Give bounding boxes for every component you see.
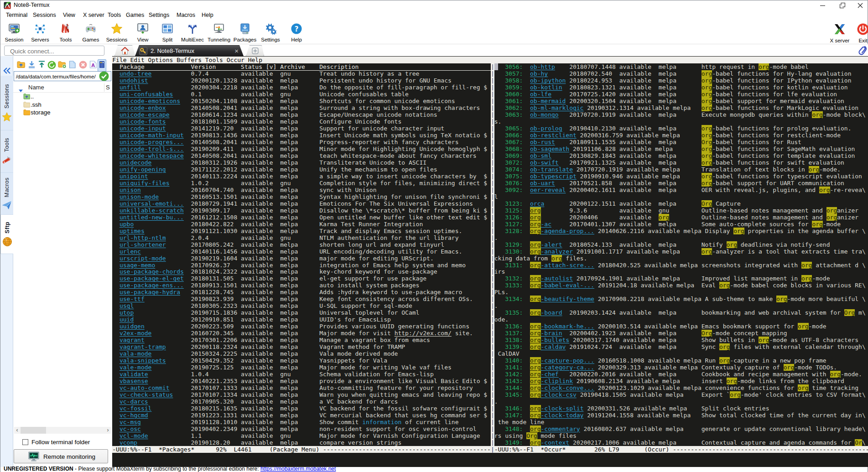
- sidebar-tab-macros[interactable]: Macros: [0, 173, 13, 215]
- active-tab[interactable]: 2. Note8-Termux ×: [135, 45, 244, 56]
- games-icon: [85, 23, 97, 35]
- toolbar-session-button[interactable]: Session: [2, 22, 26, 44]
- terminal-line: url-http-ntlm 2.0.4 available gnu NTLM a…: [112, 235, 498, 242]
- toolbar-tools-button[interactable]: Tools: [53, 22, 78, 44]
- new-tab-button[interactable]: [246, 45, 264, 56]
- file-row[interactable]: .ssh: [13, 101, 112, 109]
- sftp-hidden-files-icon[interactable]: [98, 59, 106, 72]
- tab-close-icon[interactable]: ×: [234, 47, 239, 55]
- terminal-line: File Edit Options Buffers Tools Occur He…: [112, 57, 868, 64]
- toolbar-exit-button[interactable]: Exit: [851, 22, 868, 44]
- terminal-line: unison-mode 20160513.1501 available melp…: [112, 194, 498, 201]
- toolbar-x-server-button[interactable]: X server: [827, 22, 852, 44]
- terminal-line: unicode-escape 20160614.1234 available m…: [112, 112, 865, 119]
- terminal-line: vc-osc 20190402.2349 available melpa non…: [112, 426, 865, 433]
- terminal-line: uni-confusables 0.1 available gnu Unicod…: [112, 91, 837, 98]
- sftp-new-file-icon[interactable]: [68, 59, 77, 72]
- star-icon: [2, 112, 12, 122]
- tabbar-corner[interactable]: [858, 45, 868, 57]
- terminal-line: v2ex-mode 20160720.345 available melpa M…: [112, 330, 787, 337]
- sidebar-tab-tools[interactable]: Tools: [0, 130, 13, 173]
- sidebar: SessionsToolsMacrosSftp A /data/data/com…: [0, 56, 112, 467]
- menu-sessions[interactable]: Sessions: [33, 12, 56, 18]
- monitor-pulse-icon: [28, 451, 39, 462]
- column-size[interactable]: S: [106, 84, 110, 91]
- menu-settings[interactable]: Settings: [149, 12, 169, 18]
- multiexec-icon: [187, 23, 198, 35]
- toolbar-split-button[interactable]: Split: [155, 22, 180, 44]
- sftp-refresh-icon[interactable]: [46, 59, 57, 73]
- toolbar-servers-button[interactable]: Servers: [28, 22, 52, 44]
- file-row[interactable]: ..: [13, 93, 112, 101]
- terminal-line: vala-snippets 20150429.352 available mel…: [112, 358, 826, 364]
- terminal-line: uuid 20120910.851 available melpa UUID's…: [112, 316, 509, 323]
- toolbar-tunneling-button[interactable]: Tunneling: [207, 22, 231, 44]
- close-button[interactable]: [853, 0, 868, 10]
- menu-help[interactable]: Help: [202, 12, 213, 18]
- menu-tools[interactable]: Tools: [108, 12, 121, 18]
- sort-desc-icon: [18, 89, 23, 93]
- sidebar-tabstrip: SessionsToolsMacrosSftp: [0, 56, 13, 467]
- split-icon: [161, 23, 173, 35]
- maximize-button[interactable]: [832, 0, 852, 10]
- menu-x-server[interactable]: X server: [83, 12, 104, 18]
- toolbar: SessionServersToolsGamesSessionsViewSpli…: [0, 21, 868, 44]
- folder-icon: [23, 109, 30, 115]
- sidebar-tab-sessions[interactable]: Sessions: [0, 76, 13, 130]
- terminal-line: unicode-progres... 20140508.2041 availab…: [112, 139, 801, 146]
- menu-games[interactable]: Games: [126, 12, 144, 18]
- tunneling-icon: [213, 23, 225, 35]
- file-row[interactable]: storage: [13, 109, 112, 117]
- toolbar-games-button[interactable]: Games: [78, 22, 103, 44]
- menu-macros[interactable]: Macros: [177, 12, 195, 18]
- close-icon: [858, 3, 863, 8]
- sftp-new-folder-icon[interactable]: [57, 59, 68, 72]
- help-icon: ?: [291, 23, 302, 35]
- tools-icon: [60, 23, 72, 35]
- home-tab[interactable]: [114, 45, 135, 56]
- folder-parent-icon: [23, 93, 30, 99]
- follow-terminal-folder-checkbox[interactable]: [22, 439, 28, 445]
- scroll-left-arrow[interactable]: ‹: [14, 427, 20, 434]
- scrollbar-thumb[interactable]: [21, 427, 46, 434]
- sftp-path-input[interactable]: /data/data/com.termux/files/home/: [14, 71, 111, 81]
- sidebar-tab-sftp[interactable]: Sftp: [0, 215, 13, 254]
- sftp-horizontal-scrollbar[interactable]: ‹ ›: [14, 427, 111, 434]
- menu-view[interactable]: View: [63, 12, 75, 18]
- menu-terminal[interactable]: Terminal: [6, 12, 27, 18]
- paper-plane-icon: [2, 201, 12, 210]
- unregistered-version-label: UNREGISTERED VERSION: [4, 466, 73, 472]
- terminal-line: usql 20180305.2323 available melpa U-SQL…: [112, 303, 498, 310]
- terminal-line: validate 1.0.4 available gnu Schema vali…: [112, 371, 862, 378]
- quick-connect-input[interactable]: [4, 46, 104, 56]
- svg-text:A: A: [91, 63, 95, 68]
- toolbar-multiexec-button[interactable]: MultiExec: [180, 22, 205, 44]
- sftp-go-button[interactable]: [99, 71, 109, 83]
- sidebar-collapse-button[interactable]: [3, 67, 11, 76]
- statusbar-link[interactable]: https://mobaxterm.mobatek.net: [260, 466, 336, 472]
- sftp-download-icon[interactable]: [26, 59, 37, 72]
- sftp-rename-icon[interactable]: A: [88, 59, 98, 72]
- terminal[interactable]: File Edit Options Buffers Tools Occur He…: [112, 56, 868, 467]
- remote-monitoring-button[interactable]: Remote monitoring: [14, 449, 108, 463]
- sftp-toolbar: A: [13, 58, 112, 71]
- toolbar-settings-button[interactable]: Settings: [258, 22, 283, 44]
- file-tree-header[interactable]: Name S: [13, 83, 112, 93]
- toolbar-sessions-button[interactable]: Sessions: [104, 22, 129, 44]
- column-separator[interactable]: [104, 83, 104, 92]
- svg-text:?: ?: [295, 25, 299, 33]
- terminal-line: unidecode 20180312.1926 available melpa …: [112, 160, 844, 166]
- session-icon: [8, 23, 20, 35]
- toolbar-help-button[interactable]: ?Help: [284, 22, 309, 44]
- scroll-right-arrow[interactable]: ›: [105, 427, 111, 434]
- sftp-folder-up-icon[interactable]: [16, 59, 27, 72]
- xserver-icon: [833, 23, 846, 36]
- toolbar-packages-button[interactable]: Packages: [233, 22, 257, 44]
- toolbar-view-button[interactable]: View: [130, 22, 155, 44]
- column-name[interactable]: Name: [28, 84, 44, 91]
- sftp-upload-icon[interactable]: [36, 59, 47, 72]
- terminal-line: vcomp 20190128.20 available melpa compar…: [112, 440, 865, 446]
- minimize-button[interactable]: [812, 0, 832, 10]
- settings-icon: [265, 23, 276, 35]
- sftp-delete-icon[interactable]: [78, 59, 88, 72]
